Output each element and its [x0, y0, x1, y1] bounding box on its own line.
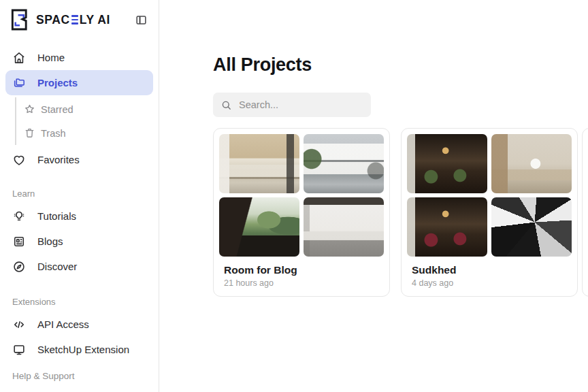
search-input[interactable] — [238, 99, 363, 111]
page-title: All Projects — [213, 54, 588, 76]
sidebar-item-label: SketchUp Extension — [37, 344, 129, 355]
search-box — [213, 93, 371, 117]
monitor-icon — [12, 343, 26, 357]
stylized-e-icon — [71, 15, 78, 24]
compass-icon — [12, 260, 26, 274]
sidebar-item-starred[interactable]: Starred — [22, 97, 153, 121]
sidebar-item-api-access[interactable]: API Access — [5, 312, 153, 337]
sidebar-item-projects[interactable]: Projects — [5, 70, 153, 95]
project-timestamp: 4 days ago — [412, 278, 567, 288]
sidebar-item-discover[interactable]: Discover — [5, 254, 153, 279]
home-icon — [12, 51, 26, 65]
newspaper-icon — [12, 235, 26, 248]
project-thumbnail — [407, 134, 487, 193]
project-thumbnail — [304, 197, 384, 257]
sidebar-item-sketchup-extension[interactable]: SketchUp Extension — [5, 337, 153, 362]
project-thumbnail — [219, 134, 299, 193]
sidebar-item-blogs[interactable]: Blogs — [5, 229, 153, 254]
projects-grid: Room for Blog 21 hours ago Sudkhed 4 day… — [213, 128, 588, 297]
sidebar-nav: Home Projects Starred — [0, 45, 159, 381]
sidebar-item-label: Projects — [37, 77, 78, 88]
project-name: Sudkhed — [412, 264, 567, 276]
main-content: All Projects Room for Blog 21 hours ago — [159, 0, 588, 392]
sidebar-item-label: Home — [37, 52, 65, 63]
project-thumbnail — [491, 134, 572, 193]
sidebar: SPAC LY AI Home — [0, 0, 159, 392]
sidebar-item-home[interactable]: Home — [5, 45, 153, 70]
section-label-extensions: Extensions — [5, 297, 153, 307]
project-card[interactable]: Room for Blog 21 hours ago — [213, 128, 390, 297]
sidebar-item-label: Tutorials — [37, 210, 76, 222]
spacely-logo-icon — [9, 7, 30, 32]
sidebar-item-label: Discover — [37, 261, 77, 272]
project-name: Room for Blog — [224, 264, 379, 276]
project-card-partial[interactable] — [582, 128, 588, 297]
sidebar-item-label: Starred — [41, 104, 74, 115]
thumbnail-grid — [219, 134, 384, 257]
help-support-link[interactable]: Help & Support — [5, 371, 153, 381]
thumbnail-grid — [407, 134, 572, 257]
sidebar-item-label: Favorites — [37, 154, 80, 165]
code-icon — [12, 318, 26, 331]
project-thumbnail — [304, 134, 384, 193]
brand-text: SPAC LY AI — [36, 13, 110, 27]
sidebar-item-trash[interactable]: Trash — [22, 121, 153, 145]
logo-row: SPAC LY AI — [0, 5, 159, 34]
folder-icon — [12, 76, 26, 90]
sidebar-item-favorites[interactable]: Favorites — [5, 147, 153, 172]
project-thumbnail — [407, 197, 487, 257]
sidebar-item-label: Blogs — [37, 235, 63, 247]
sidebar-item-tutorials[interactable]: Tutorials — [5, 203, 153, 229]
project-thumbnail — [491, 197, 572, 257]
sidebar-item-label: Trash — [41, 128, 66, 139]
heart-icon — [12, 153, 26, 167]
star-icon — [24, 103, 35, 115]
lightbulb-icon — [12, 210, 26, 223]
search-icon — [220, 99, 232, 111]
project-card[interactable]: Sudkhed 4 days ago — [401, 128, 578, 297]
project-timestamp: 21 hours ago — [224, 278, 379, 288]
section-label-learn: Learn — [5, 189, 153, 199]
project-thumbnail — [219, 197, 299, 257]
trash-icon — [24, 127, 35, 139]
projects-sub-items: Starred Trash — [15, 97, 153, 145]
sidebar-item-label: API Access — [37, 318, 89, 330]
collapse-sidebar-button[interactable] — [132, 11, 150, 29]
